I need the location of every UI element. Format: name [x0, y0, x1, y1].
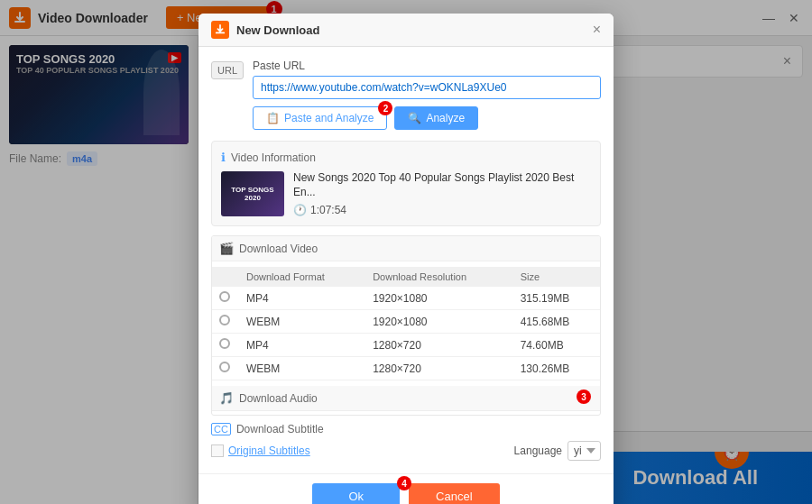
video-format-row[interactable]: MP4 1280×720 74.60MB [212, 334, 600, 357]
language-label: Language [514, 444, 562, 457]
video-row-size: 130.26MB [513, 357, 600, 380]
language-row: Language yi [514, 441, 601, 461]
url-buttons: 📋 Paste and Analyze 2 🔍 Analyze [253, 106, 601, 130]
language-select[interactable]: yi [567, 441, 601, 461]
original-subs-check[interactable]: Original Subtitles [211, 444, 310, 457]
video-row-format: MP4 [239, 334, 365, 357]
video-info-label: Video Information [231, 151, 316, 164]
video-row-format: MP4 [239, 287, 365, 310]
video-info-section: ℹ Video Information TOP SONGS2020 New So… [211, 141, 601, 226]
modal-footer: 4 Ok Cancel [198, 473, 614, 504]
video-row-size: 74.60MB [513, 334, 600, 357]
search-icon: 🔍 [408, 112, 421, 124]
video-row-format: WEBM [239, 357, 365, 380]
subtitle-row: Original Subtitles Language yi [211, 441, 601, 461]
video-row-resolution: 1280×720 [365, 334, 512, 357]
video-thumb-text: TOP SONGS2020 [228, 183, 276, 205]
video-format-table: Download Format Download Resolution Size… [212, 267, 600, 380]
video-row-size: 415.68MB [513, 310, 600, 334]
info-icon: ℹ [221, 151, 226, 164]
original-subs-checkbox[interactable] [211, 444, 224, 457]
video-details: New Songs 2020 Top 40 Popular Songs Play… [293, 171, 591, 216]
paste-icon: 📋 [266, 112, 280, 124]
video-format-row[interactable]: WEBM 1920×1080 415.68MB [212, 310, 600, 334]
video-row-radio[interactable] [212, 334, 239, 357]
analyze-label: Analyze [426, 112, 465, 124]
ok-button[interactable]: Ok [312, 483, 400, 504]
modal-titlebar: New Download × [198, 14, 614, 47]
th-select [212, 267, 239, 287]
badge-2: 2 [378, 101, 392, 115]
download-audio-label: Download Audio [239, 392, 318, 405]
modal-title-left: New Download [211, 21, 319, 39]
url-label: Paste URL [253, 60, 601, 72]
download-subtitle-label: Download Subtitle [236, 423, 324, 435]
video-table-header: Download Format Download Resolution Size [212, 267, 600, 287]
video-section-icon: 🎬 [219, 242, 234, 255]
analyze-button[interactable]: 🔍 Analyze [394, 106, 478, 130]
download-audio-section: 🎵 Download Audio 3 WEBM 67k 26.41MB WEBM… [212, 386, 600, 416]
video-thumbnail: TOP SONGS2020 [221, 171, 284, 216]
video-row-size: 315.19MB [513, 287, 600, 310]
paste-analyze-label: Paste and Analyze [284, 112, 374, 124]
video-row-radio[interactable] [212, 310, 239, 334]
app-window: Video Downloader + New Download 1 — ✕ TO… [0, 0, 812, 504]
original-subs-label[interactable]: Original Subtitles [228, 444, 310, 457]
th-size: Size [513, 267, 600, 287]
video-info-header: ℹ Video Information [221, 151, 591, 164]
download-video-label: Download Video [239, 243, 318, 255]
paste-analyze-wrap: 📋 Paste and Analyze 2 [253, 106, 387, 130]
modal-close-button[interactable]: × [593, 22, 601, 38]
video-row-radio[interactable] [212, 287, 239, 310]
subtitle-section: CC Download Subtitle Original Subtitles … [211, 423, 601, 461]
format-scroll-container[interactable]: 🎬 Download Video Download Format Downloa… [211, 235, 601, 416]
url-icon-area: URL [211, 60, 244, 79]
subtitle-icon: CC [211, 423, 231, 435]
badge-3: 3 [577, 389, 591, 404]
url-section: URL Paste URL 📋 Paste and Analyze 2 [211, 60, 601, 130]
modal-overlay: New Download × URL Paste URL [0, 0, 812, 504]
video-title: New Songs 2020 Top 40 Popular Songs Play… [293, 171, 591, 199]
new-download-modal: New Download × URL Paste URL [198, 14, 614, 504]
modal-body: URL Paste URL 📋 Paste and Analyze 2 [198, 47, 614, 473]
video-row-resolution: 1280×720 [365, 357, 512, 380]
audio-section-icon: 🎵 [219, 391, 234, 405]
video-format-row[interactable]: MP4 1920×1080 315.19MB [212, 287, 600, 310]
subtitle-header: CC Download Subtitle [211, 423, 601, 435]
video-duration: 🕐 1:07:54 [293, 204, 591, 216]
modal-logo [211, 21, 229, 39]
duration-value: 1:07:54 [310, 204, 346, 216]
video-row-radio[interactable] [212, 357, 239, 380]
video-row-format: WEBM [239, 310, 365, 334]
video-info-content: TOP SONGS2020 New Songs 2020 Top 40 Popu… [221, 171, 591, 216]
video-row-resolution: 1920×1080 [365, 287, 512, 310]
clock-icon: 🕐 [293, 204, 307, 216]
th-format: Download Format [239, 267, 365, 287]
url-input[interactable] [253, 76, 601, 99]
url-fields: Paste URL 📋 Paste and Analyze 2 [253, 60, 601, 130]
cancel-button[interactable]: Cancel [409, 483, 499, 504]
video-format-row[interactable]: WEBM 1280×720 130.26MB [212, 357, 600, 380]
paste-analyze-button[interactable]: 📋 Paste and Analyze [253, 106, 387, 130]
video-row-resolution: 1920×1080 [365, 310, 512, 334]
download-video-section: 🎬 Download Video Download Format Downloa… [212, 236, 600, 380]
url-icon: URL [211, 61, 244, 79]
modal-title-text: New Download [236, 23, 319, 37]
th-resolution: Download Resolution [365, 267, 512, 287]
